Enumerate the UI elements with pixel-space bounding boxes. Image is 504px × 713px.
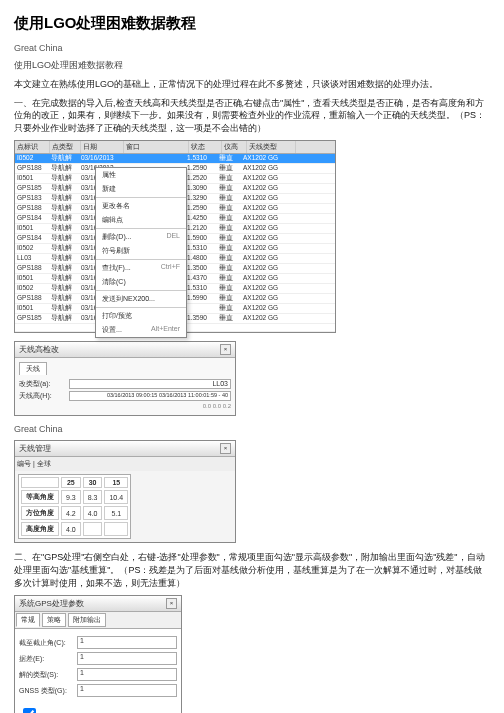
- param-input[interactable]: 1: [77, 668, 177, 681]
- table-cell: AX1202 GG: [241, 214, 289, 223]
- menu-item[interactable]: 打印/预览: [96, 309, 186, 323]
- dialog-title: 天线管理: [19, 443, 51, 454]
- table-cell: 垂直: [217, 304, 241, 313]
- screenshot-antenna-manager: 天线管理 × 编号 | 全球 253015等高角度9.38.310.4方位角度4…: [14, 440, 236, 543]
- menu-item[interactable]: 新建: [96, 182, 186, 196]
- table-cell: GPS188: [15, 294, 49, 303]
- table-cell: GPS185: [15, 314, 49, 323]
- dialog-titlebar: 天线管理 ×: [15, 441, 235, 457]
- table-cell: 导航解: [49, 164, 79, 173]
- table-cell: 导航解: [49, 244, 79, 253]
- close-icon[interactable]: ×: [220, 443, 231, 454]
- table-cell: 1.3500: [185, 264, 217, 273]
- tab-general[interactable]: 常规: [16, 613, 40, 627]
- column-header: 点标识: [15, 141, 50, 153]
- show-advanced-checkbox[interactable]: 显示高级参数(P): [19, 705, 177, 713]
- table-cell: 1.5310: [185, 154, 217, 163]
- table-cell: 垂直: [217, 294, 241, 303]
- param-input[interactable]: 1: [77, 652, 177, 665]
- param-row: 解的类型(S):1: [19, 668, 177, 681]
- table-cell: 导航解: [49, 274, 79, 283]
- tabstrip: 常规 策略 附加输出: [15, 612, 181, 629]
- param-input[interactable]: 1: [77, 684, 177, 697]
- column-header: 窗口: [124, 141, 189, 153]
- table-cell: GPS183: [15, 194, 49, 203]
- table-cell: 1.2520: [185, 174, 217, 183]
- table-cell: 1.3090: [185, 184, 217, 193]
- menu-item[interactable]: 查找(F)...Ctrl+F: [96, 261, 186, 275]
- tab-antenna[interactable]: 天线: [19, 362, 47, 375]
- table-cell: GPS184: [15, 234, 49, 243]
- table-cell: 导航解: [49, 254, 79, 263]
- table-cell: 垂直: [217, 264, 241, 273]
- table-cell: I0502: [15, 244, 49, 253]
- dialog-title: 天线高检改: [19, 344, 59, 355]
- table-row[interactable]: I0502导航解03/16/20131.5310垂直AX1202 GG: [15, 154, 335, 164]
- table-cell: AX1202 GG: [241, 294, 289, 303]
- param-input[interactable]: 1: [77, 636, 177, 649]
- menu-item[interactable]: 编辑点: [96, 213, 186, 227]
- table-cell: 导航解: [49, 184, 79, 193]
- table-row: 高度角度4.0: [21, 522, 128, 536]
- table-cell: 1.3590: [185, 314, 217, 323]
- screenshot-gps-params-general: 系统GPS处理参数 × 常规 策略 附加输出 截至截止角(C):1据差(E):1…: [14, 595, 182, 713]
- close-icon[interactable]: ×: [166, 598, 177, 609]
- column-header: 状态: [189, 141, 222, 153]
- table-cell: 垂直: [217, 254, 241, 263]
- column-header: 天线类型: [247, 141, 296, 153]
- tab-strategy[interactable]: 策略: [42, 613, 66, 627]
- table-cell: 03/16/2013: [79, 154, 121, 163]
- table-cell: 垂直: [217, 194, 241, 203]
- field-label: 改类型(a):: [19, 379, 69, 389]
- table-cell: 导航解: [49, 204, 79, 213]
- table-cell: 1.5310: [185, 284, 217, 293]
- table-cell: 导航解: [49, 284, 79, 293]
- param-row: 截至截止角(C):1: [19, 636, 177, 649]
- table-cell: 导航解: [49, 314, 79, 323]
- table-cell: I0502: [15, 284, 49, 293]
- column-header: 点类型: [50, 141, 81, 153]
- panel-titlebar: 系统GPS处理参数 ×: [15, 596, 181, 612]
- screenshot-antenna-dialog: 天线高检改 × 天线 改类型(a): LL03 天线高(H): 03/16/20…: [14, 341, 236, 416]
- table-cell: AX1202 GG: [241, 224, 289, 233]
- table-cell: GPS185: [15, 184, 49, 193]
- table-cell: 导航解: [49, 214, 79, 223]
- table-cell: 垂直: [217, 234, 241, 243]
- tab-addout[interactable]: 附加输出: [68, 613, 106, 627]
- table-cell: I0501: [15, 174, 49, 183]
- table-cell: GPS188: [15, 204, 49, 213]
- column-header: 仪高: [222, 141, 247, 153]
- author-line: Great China: [14, 43, 490, 53]
- menu-item[interactable]: 符号刷新: [96, 244, 186, 258]
- subtitle: 使用LGO处理困难数据教程: [14, 59, 490, 72]
- table-cell: 1.5310: [185, 244, 217, 253]
- table-cell: 1.3290: [185, 194, 217, 203]
- menu-item[interactable]: 设置...Alt+Enter: [96, 323, 186, 337]
- menu-item[interactable]: 更改各名: [96, 199, 186, 213]
- menu-item[interactable]: 清除(C): [96, 275, 186, 289]
- table-cell: 导航解: [49, 194, 79, 203]
- menu-item[interactable]: 发送到NEX200...: [96, 292, 186, 306]
- table-cell: AX1202 GG: [241, 194, 289, 203]
- table-cell: AX1202 GG: [241, 314, 289, 323]
- field-label: 天线高(H):: [19, 391, 69, 401]
- table-header-row: 点标识点类型日期窗口状态仪高天线类型: [15, 141, 335, 154]
- table-cell: AX1202 GG: [241, 244, 289, 253]
- context-menu[interactable]: 属性新建更改各名编辑点删除(D)...DEL符号刷新查找(F)...Ctrl+F…: [95, 167, 187, 338]
- table-cell: 垂直: [217, 184, 241, 193]
- table-cell: AX1202 GG: [241, 304, 289, 313]
- close-icon[interactable]: ×: [220, 344, 231, 355]
- table-cell: AX1202 GG: [241, 154, 289, 163]
- height-input[interactable]: 03/16/2013 09:00:15 03/16/2013 11:00:01:…: [69, 391, 231, 401]
- type-input[interactable]: LL03: [69, 379, 231, 389]
- menu-item[interactable]: 属性: [96, 168, 186, 182]
- table-row: 方位角度4.24.05.1: [21, 506, 128, 520]
- table-cell: 垂直: [217, 174, 241, 183]
- menu-item[interactable]: 删除(D)...DEL: [96, 230, 186, 244]
- dialog-tabs[interactable]: 编号 | 全球: [15, 457, 235, 471]
- column-header: 日期: [81, 141, 124, 153]
- table-cell: AX1202 GG: [241, 264, 289, 273]
- table-cell: I0501: [15, 304, 49, 313]
- table-cell: 垂直: [217, 274, 241, 283]
- table-cell: GPS188: [15, 264, 49, 273]
